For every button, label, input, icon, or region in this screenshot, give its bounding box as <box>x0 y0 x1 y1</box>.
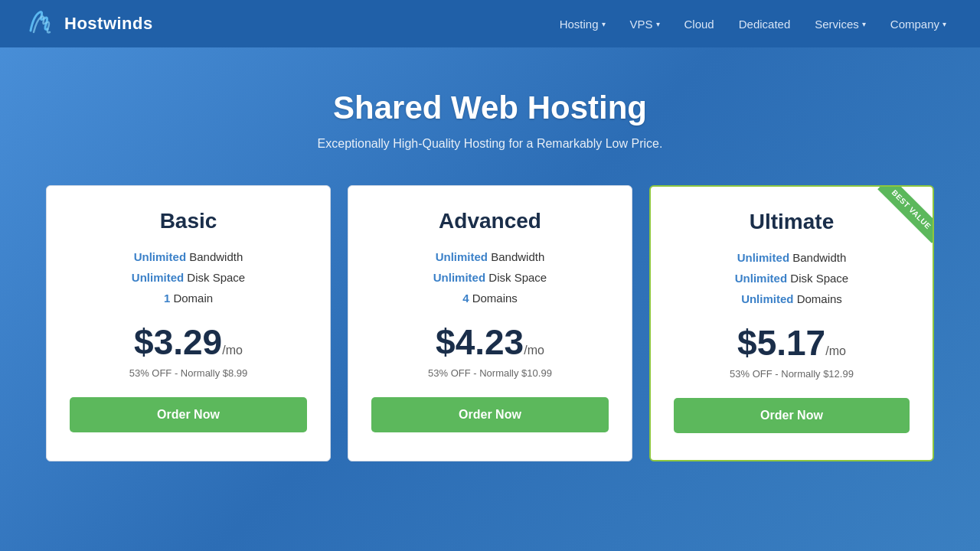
advanced-price-per: /mo <box>524 344 544 357</box>
advanced-price: $4.23 <box>436 322 524 362</box>
basic-feature-disk: Unlimited Disk Space <box>70 271 307 284</box>
logo-text: Hostwinds <box>64 14 153 34</box>
basic-price-note: 53% OFF - Normally $8.99 <box>70 367 307 379</box>
nav-links: Hosting ▾ VPS ▾ Cloud Dedicated Services… <box>549 11 957 37</box>
ultimate-price-note: 53% OFF - Normally $12.99 <box>674 368 910 380</box>
chevron-down-icon: ▾ <box>602 20 606 28</box>
advanced-order-button[interactable]: Order Now <box>371 397 609 432</box>
hero-section: Shared Web Hosting Exceptionally High-Qu… <box>0 47 980 185</box>
advanced-price-area: $4.23/mo <box>371 321 609 363</box>
chevron-down-icon: ▾ <box>862 20 866 28</box>
nav-vps[interactable]: VPS ▾ <box>619 11 671 37</box>
ribbon-label: BEST VALUE <box>877 187 933 243</box>
nav-company[interactable]: Company ▾ <box>880 11 957 37</box>
card-advanced-title: Advanced <box>371 209 609 233</box>
ultimate-price: $5.17 <box>737 323 825 363</box>
basic-price-per: /mo <box>222 344 243 357</box>
nav-cloud[interactable]: Cloud <box>674 11 725 37</box>
basic-price-area: $3.29/mo <box>70 321 307 363</box>
pricing-cards: Basic Unlimited Bandwidth Unlimited Disk… <box>0 185 980 461</box>
advanced-feature-bandwidth: Unlimited Bandwidth <box>371 250 609 263</box>
nav-services[interactable]: Services ▾ <box>804 11 877 37</box>
card-ultimate: BEST VALUE Ultimate Unlimited Bandwidth … <box>649 185 934 461</box>
best-value-ribbon: BEST VALUE <box>864 187 933 256</box>
ultimate-price-per: /mo <box>825 344 846 357</box>
advanced-feature-disk: Unlimited Disk Space <box>371 271 609 284</box>
ultimate-feature-domains: Unlimited Domains <box>674 292 910 305</box>
advanced-feature-domains: 4 Domains <box>371 292 609 305</box>
hero-subtitle: Exceptionally High-Quality Hosting for a… <box>15 137 965 151</box>
basic-feature-domains: 1 Domain <box>70 292 307 305</box>
card-advanced: Advanced Unlimited Bandwidth Unlimited D… <box>348 185 632 461</box>
chevron-down-icon: ▾ <box>942 20 946 28</box>
page-title: Shared Web Hosting <box>15 90 965 126</box>
advanced-price-note: 53% OFF - Normally $10.99 <box>371 367 609 379</box>
basic-order-button[interactable]: Order Now <box>70 397 307 432</box>
card-basic: Basic Unlimited Bandwidth Unlimited Disk… <box>46 185 331 461</box>
ultimate-price-area: $5.17/mo <box>674 322 910 364</box>
ultimate-order-button[interactable]: Order Now <box>674 398 910 433</box>
basic-price: $3.29 <box>134 322 222 362</box>
nav-hosting[interactable]: Hosting ▾ <box>549 11 616 37</box>
nav-dedicated[interactable]: Dedicated <box>728 11 802 37</box>
basic-feature-bandwidth: Unlimited Bandwidth <box>70 250 307 263</box>
logo[interactable]: Hostwinds <box>23 6 153 41</box>
card-basic-title: Basic <box>70 209 307 233</box>
chevron-down-icon: ▾ <box>656 20 660 28</box>
navbar: Hostwinds Hosting ▾ VPS ▾ Cloud Dedicate… <box>0 0 980 47</box>
ultimate-feature-disk: Unlimited Disk Space <box>674 272 910 285</box>
logo-icon <box>23 6 58 41</box>
